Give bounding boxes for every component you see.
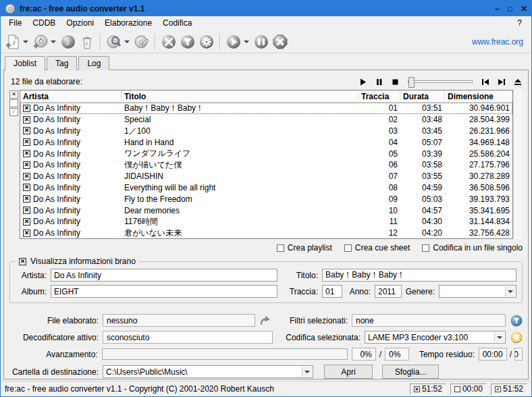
table-row[interactable]: ✕Do As Infinity君がいない未来1204:2032.756.428 xyxy=(20,228,512,239)
table-scrollbar[interactable] xyxy=(513,90,523,239)
add-files-button[interactable]: ♪ xyxy=(3,32,22,51)
tab-joblist[interactable]: Joblist xyxy=(5,56,45,71)
row-title: Hand in Hand xyxy=(122,138,358,147)
browse-button[interactable]: Sfoglia... xyxy=(382,365,439,379)
row-checkbox[interactable]: ✕ xyxy=(23,161,30,169)
column-header-size[interactable]: Dimensione xyxy=(445,90,512,102)
chevron-down-icon[interactable] xyxy=(302,367,312,377)
output-folder-combobox[interactable]: C:\Users\Public\Music\ xyxy=(103,365,313,378)
select-none-button[interactable] xyxy=(9,99,18,107)
row-artist: Do As Infinity xyxy=(33,115,80,124)
chevron-down-icon[interactable] xyxy=(505,286,515,296)
column-header-title[interactable]: Titolo xyxy=(122,90,358,102)
column-header-duration[interactable]: Durata xyxy=(400,90,445,102)
menu-opzioni[interactable]: Opzioni xyxy=(61,17,99,29)
total-time-value: 51:52 xyxy=(503,384,523,394)
menu-file[interactable]: File xyxy=(3,17,27,29)
row-checkbox[interactable]: ✕ xyxy=(23,138,30,146)
row-checkbox[interactable]: ✕ xyxy=(23,184,30,191)
general-settings-button[interactable] xyxy=(159,32,178,51)
seek-slider-thumb[interactable] xyxy=(408,77,415,88)
table-row[interactable]: ✕Do As Infinity1176時間1104:3031.144.834 xyxy=(20,216,512,228)
minimize-button[interactable]: – xyxy=(495,5,500,13)
stop-track-icon[interactable] xyxy=(390,77,400,86)
remove-all-tracks-button[interactable]: ♪ xyxy=(78,32,97,51)
table-row[interactable]: ✕Do As InfinityEverything will be all ri… xyxy=(20,182,512,194)
seek-slider[interactable] xyxy=(408,80,473,83)
eject-icon[interactable] xyxy=(513,77,523,86)
chevron-down-icon[interactable] xyxy=(244,41,249,43)
tab-tag[interactable]: Tag xyxy=(47,56,77,70)
cddb-submit-button[interactable] xyxy=(132,32,151,51)
menu-elaborazione[interactable]: Elaborazione xyxy=(99,17,157,29)
row-artist: Do As Infinity xyxy=(33,160,80,169)
find-new-files-button[interactable]: ♪ xyxy=(59,32,78,51)
cd-search-icon xyxy=(106,34,122,50)
play-track-icon[interactable] xyxy=(358,77,367,86)
table-row[interactable]: ✕Do As InfinitySpecial0203:4828.504.399 xyxy=(20,114,512,126)
website-link[interactable]: www.freac.org xyxy=(472,37,529,47)
signal-processing-button[interactable] xyxy=(178,32,197,51)
artist-input[interactable]: Do As Infinity xyxy=(51,269,277,282)
table-row[interactable]: ✕Do As InfinityJIDAISHIN0703:5530.278.28… xyxy=(20,171,512,182)
row-checkbox[interactable]: ✕ xyxy=(23,207,30,214)
create-cue-sheet-option[interactable]: Crea cue sheet xyxy=(344,243,410,253)
stop-encoding-button[interactable] xyxy=(271,32,290,51)
row-checkbox[interactable]: ✕ xyxy=(23,230,30,237)
chevron-down-icon[interactable] xyxy=(51,41,56,43)
return-arrow-icon[interactable] xyxy=(259,314,272,327)
row-checkbox[interactable]: ✕ xyxy=(23,105,30,112)
row-checkbox[interactable]: ✕ xyxy=(23,218,30,226)
year-input[interactable]: 2011 xyxy=(375,285,402,298)
create-playlist-option[interactable]: Crea playlist xyxy=(277,243,332,253)
cddb-query-button[interactable] xyxy=(105,32,124,51)
progress-track-value: 0% xyxy=(352,348,376,361)
row-checkbox[interactable]: ✕ xyxy=(23,127,30,134)
maximize-button[interactable]: □ xyxy=(508,5,512,13)
pause-encoding-button[interactable] xyxy=(252,32,271,51)
play-icon xyxy=(225,34,242,50)
tab-log[interactable]: Log xyxy=(78,56,109,70)
track-number-input[interactable]: 01 xyxy=(322,285,342,298)
album-input[interactable]: EIGHT xyxy=(51,285,277,298)
encoder-combobox[interactable]: LAME MP3 Encoder v3.100 xyxy=(365,331,506,344)
table-row[interactable]: ✕Do As InfinityBaby！Baby！Baby！0103:5130.… xyxy=(20,103,512,114)
menu-cddb[interactable]: CDDB xyxy=(27,17,61,29)
title-input[interactable]: Baby！Baby！Baby！ xyxy=(322,269,516,282)
table-row[interactable]: ✕Do As InfinityHand in Hand0405:0734.969… xyxy=(20,136,512,148)
single-file-option[interactable]: Codifica in un file singolo xyxy=(422,243,523,253)
row-checkbox[interactable]: ✕ xyxy=(23,173,30,180)
row-checkbox[interactable]: ✕ xyxy=(23,116,30,124)
open-folder-button[interactable]: Apri xyxy=(324,365,373,379)
chevron-down-icon[interactable] xyxy=(124,41,130,43)
add-audio-cd-button[interactable]: ♪ xyxy=(31,32,50,51)
pause-track-icon[interactable] xyxy=(374,77,383,86)
checkbox-unchecked-icon[interactable] xyxy=(344,244,352,252)
filter-settings-icon[interactable] xyxy=(510,314,523,327)
checkbox-unchecked-icon[interactable] xyxy=(277,244,284,252)
close-button[interactable]: ✕ xyxy=(521,5,527,13)
chevron-down-icon[interactable] xyxy=(494,332,504,342)
encoder-config-icon[interactable] xyxy=(510,331,523,344)
previous-track-icon[interactable] xyxy=(481,77,490,86)
encoder-settings-button[interactable] xyxy=(197,32,216,51)
menu-codifica[interactable]: Codifica xyxy=(157,17,197,29)
table-row[interactable]: ✕Do As Infinity僕が描いてた僕0603:5827.175.796 xyxy=(20,159,512,171)
table-row[interactable]: ✕Do As InfinityDear memories1004:5735.34… xyxy=(20,205,512,216)
start-encoding-button[interactable] xyxy=(224,32,243,51)
row-checkbox[interactable]: ✕ xyxy=(23,150,30,157)
column-header-track[interactable]: Traccia xyxy=(358,90,400,102)
row-checkbox[interactable]: ✕ xyxy=(23,195,30,203)
table-row[interactable]: ✕Do As InfinityFly to the Freedom0905:03… xyxy=(20,193,512,205)
column-header-artist[interactable]: Artista xyxy=(20,90,122,102)
checkbox-checked-icon[interactable]: ✕ xyxy=(19,258,26,265)
checkbox-unchecked-icon[interactable] xyxy=(422,244,429,252)
table-row[interactable]: ✕Do As Infinity1／1000303:4526.231.966 xyxy=(20,126,512,137)
next-track-icon[interactable] xyxy=(497,77,506,86)
select-all-button[interactable]: ✕ xyxy=(9,90,18,99)
menu-help[interactable]: ? xyxy=(510,17,529,29)
table-row[interactable]: ✕Do As Infinityワンダフルライフ0503:3925.586.204 xyxy=(20,148,512,159)
chevron-down-icon[interactable] xyxy=(23,41,28,43)
genre-combobox[interactable] xyxy=(439,285,516,298)
toggle-selection-button[interactable]: ✓ xyxy=(9,108,18,116)
